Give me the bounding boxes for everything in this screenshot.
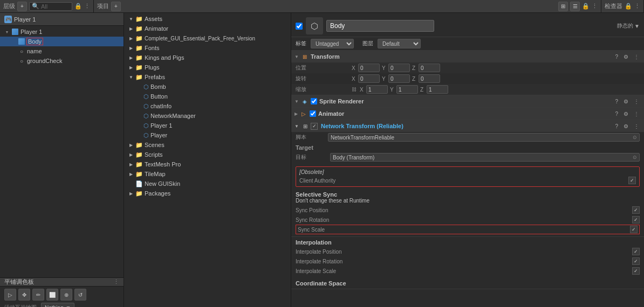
prefab-player1[interactable]: ⬡ Player 1 <box>124 121 291 130</box>
interp-position-check[interactable]: ✓ <box>632 248 640 255</box>
hierarchy-tree: Player 1 Body ○ name ○ groundCheck <box>0 26 124 277</box>
nt-help-btn[interactable]: ? <box>613 123 620 129</box>
scale-x-input[interactable] <box>366 85 388 94</box>
folder-prefabs[interactable]: ▼ 📁 Prefabs <box>124 72 291 82</box>
object-active-toggle[interactable] <box>296 23 303 30</box>
hierarchy-dots-icon[interactable]: ⋮ <box>84 3 90 10</box>
animator-toggle[interactable] <box>310 110 316 117</box>
inspector-dots-icon[interactable]: ⋮ <box>634 3 640 10</box>
animator-help-btn[interactable]: ? <box>613 111 620 117</box>
tool-pick[interactable]: ⊕ <box>60 289 72 301</box>
animator-actions: ? ⚙ ⋮ <box>613 111 641 117</box>
folder-gui-pack[interactable]: ▶ 📁 Complete_GUI_Essential_Pack_Free_Ver… <box>124 33 291 43</box>
transform-header[interactable]: ▼ ⊞ Transform ? ⚙ ⋮ <box>291 51 644 62</box>
transform-settings-btn[interactable]: ⚙ <box>622 54 630 60</box>
interp-scale-check[interactable]: ✓ <box>632 267 640 275</box>
nt-script-select-icon[interactable]: ⊙ <box>633 135 637 140</box>
prefab-button[interactable]: ⬡ Button <box>124 92 291 101</box>
tool-move[interactable]: ✥ <box>18 289 30 301</box>
tool-erase[interactable]: ↺ <box>74 289 86 301</box>
prefab-bomb[interactable]: ⬡ Bomb <box>124 82 291 92</box>
folder-assets[interactable]: ▼ 📁 Assets <box>124 14 291 24</box>
sprite-renderer-toggle[interactable] <box>311 98 317 104</box>
project-view-btn[interactable]: ⊞ <box>558 2 568 11</box>
network-transform-header[interactable]: ▼ ⊞ ✓ Network Transform (Reliable) ? ⚙ ⋮ <box>291 120 644 132</box>
project-add-btn[interactable]: + <box>111 2 121 11</box>
pos-y-input[interactable] <box>388 64 410 72</box>
tool-select[interactable]: ▷ <box>4 289 16 301</box>
sync-rotation-check[interactable]: ✓ <box>632 216 640 224</box>
rot-z-input[interactable] <box>419 74 440 83</box>
nt-target-section: Target 目标 Body (Transform) ⊙ <box>291 143 644 164</box>
player-prefab-icon: ⬡ <box>143 132 149 139</box>
scale-z-input[interactable] <box>427 85 448 94</box>
sync-position-check[interactable]: ✓ <box>632 206 640 214</box>
nt-target-select-icon[interactable]: ⊙ <box>633 155 637 160</box>
prefab-chatinfo[interactable]: ⬡ chatInfo <box>124 101 291 111</box>
folder-textmesh[interactable]: ▶ 📁 TextMesh Pro <box>124 159 291 169</box>
folder-scenes[interactable]: ▶ 📁 Scenes <box>124 140 291 150</box>
tree-item-player1[interactable]: Player 1 <box>0 27 124 37</box>
object-name-input[interactable] <box>326 20 434 32</box>
folder-fonts[interactable]: ▶ 📁 Fonts <box>124 43 291 53</box>
transform-help-btn[interactable]: ? <box>613 54 620 60</box>
project-filter-btn[interactable]: ☰ <box>570 2 580 11</box>
sprite-renderer-more-btn[interactable]: ⋮ <box>632 99 641 104</box>
chatinfo-label: chatInfo <box>150 103 172 109</box>
object-3d-icon: ⬡ <box>306 17 323 34</box>
nt-icon: ⊞ <box>302 122 309 130</box>
file-guiskin[interactable]: 📄 New GUISkin <box>124 179 291 189</box>
nothing-dropdown[interactable]: Nothing ▼ <box>41 303 74 307</box>
interp-rotation-row: Interpolate Rotation ✓ <box>296 256 640 266</box>
nt-more-btn[interactable]: ⋮ <box>632 123 641 129</box>
kings-pigs-arrow: ▶ <box>128 55 134 60</box>
sync-scale-label: Sync Scale <box>298 227 628 233</box>
sprite-renderer-header[interactable]: ▼ ◈ Sprite Renderer ? ⚙ ⋮ <box>291 95 644 107</box>
nt-enable-check[interactable]: ✓ <box>311 123 318 130</box>
prefab-networkmanager[interactable]: ⬡ NetworkManager <box>124 111 291 121</box>
rot-y-input[interactable] <box>388 74 410 83</box>
project-dots-icon[interactable]: ⋮ <box>592 3 598 10</box>
client-authority-check[interactable]: ✓ <box>628 177 636 184</box>
tree-item-name[interactable]: ○ name <box>0 46 124 56</box>
sprite-renderer-help-btn[interactable]: ? <box>613 99 620 104</box>
animator-header[interactable]: ▶ ▷ Animator ? ⚙ ⋮ <box>291 108 644 120</box>
rot-x-input[interactable] <box>358 74 380 83</box>
textmesh-arrow: ▶ <box>128 162 134 167</box>
folder-scripts[interactable]: ▶ 📁 Scripts <box>124 150 291 159</box>
sync-scale-check[interactable]: ✓ <box>630 226 638 233</box>
tool-fill[interactable]: ⬜ <box>46 289 58 301</box>
layer-label: 图层 <box>362 40 373 47</box>
pos-x-input[interactable] <box>358 64 380 72</box>
transform-icon: ⊞ <box>301 53 309 60</box>
search-icon: 🔍 <box>32 3 39 10</box>
palette-dots-icon[interactable]: ⋮ <box>113 278 119 285</box>
transform-more-btn[interactable]: ⋮ <box>632 54 641 60</box>
scale-y-input[interactable] <box>396 85 418 94</box>
player1-prefab-label: Player 1 <box>150 122 172 129</box>
layer-select[interactable]: Default <box>378 39 421 48</box>
tree-item-body[interactable]: Body <box>0 37 124 46</box>
hierarchy-search[interactable]: 🔍 All <box>29 2 72 11</box>
packages-label: Packages <box>145 190 170 197</box>
interp-rotation-check[interactable]: ✓ <box>632 257 640 265</box>
folder-tilemap[interactable]: ▶ 📁 TileMap <box>124 169 291 179</box>
folder-packages[interactable]: ▶ 📁 Packages <box>124 189 291 198</box>
folder-kings-pigs[interactable]: ▶ 📁 Kings and Pigs <box>124 53 291 62</box>
sprite-renderer-settings-btn[interactable]: ⚙ <box>622 99 630 104</box>
animator-more-btn[interactable]: ⋮ <box>632 111 641 117</box>
folder-plugs[interactable]: ▶ 📁 Plugs <box>124 62 291 72</box>
player1-label: Player 1 <box>20 29 42 35</box>
tag-select[interactable]: Untagged <box>311 39 354 48</box>
client-authority-label: Client Authority <box>299 178 626 184</box>
nt-target-value: Body (Transform) ⊙ <box>330 153 640 162</box>
nt-settings-btn[interactable]: ⚙ <box>622 123 630 129</box>
tool-brush[interactable]: ✏ <box>32 289 44 301</box>
prefab-player[interactable]: ⬡ Player <box>124 130 291 140</box>
animator-arrow: ▶ <box>294 111 298 116</box>
animator-settings-btn[interactable]: ⚙ <box>622 111 630 117</box>
hierarchy-add-btn[interactable]: + <box>17 2 27 11</box>
tree-item-groundcheck[interactable]: ○ groundCheck <box>0 56 124 66</box>
pos-z-input[interactable] <box>419 64 440 72</box>
folder-animator[interactable]: ▶ 📁 Animator <box>124 24 291 33</box>
